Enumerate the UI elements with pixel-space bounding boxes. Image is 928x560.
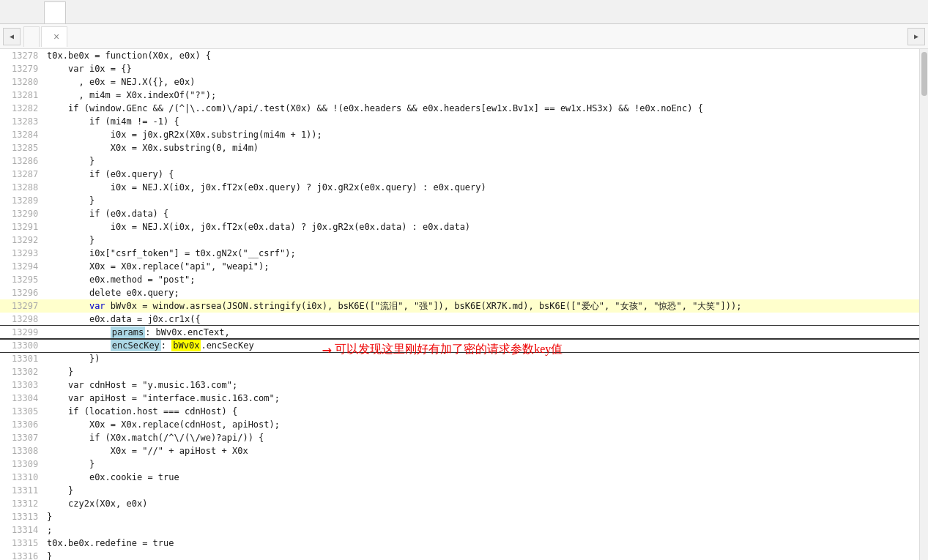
- table-row: 13302 }: [0, 365, 919, 378]
- line-number: 13293: [0, 247, 44, 260]
- table-row: 13307 if (X0x.match(/^\/(\/we)?api/)) {: [0, 431, 919, 444]
- table-row: 13310 e0x.cookie = true: [0, 471, 919, 484]
- line-code: , e0x = NEJ.X({}, e0x): [44, 75, 919, 89]
- line-code: i0x["csrf_token"] = t0x.gN2x("__csrf");: [44, 247, 919, 260]
- line-code: X0x = X0x.replace(cdnHost, apiHost);: [44, 418, 919, 431]
- line-number: 13304: [0, 392, 44, 405]
- file-tab-next-button[interactable]: ▶: [907, 28, 925, 45]
- line-number: 13296: [0, 286, 44, 299]
- line-number: 13301: [0, 352, 44, 365]
- table-row: 13296 delete e0x.query;: [0, 286, 919, 299]
- table-row: 13295 e0x.method = "post";: [0, 273, 919, 286]
- tab-security[interactable]: [154, 1, 176, 23]
- line-code: var cdnHost = "y.music.163.com";: [44, 378, 919, 392]
- tab-performance[interactable]: [88, 1, 110, 23]
- line-code: var i0x = {}: [44, 62, 919, 75]
- table-row: 13287 if (e0x.query) {: [0, 168, 919, 181]
- line-code: var apiHost = "interface.music.163.com";: [44, 392, 919, 405]
- line-code: params: bWv0x.encText,: [44, 326, 919, 339]
- table-row: 13278t0x.be0x = function(X0x, e0x) {: [0, 49, 919, 62]
- line-code: X0x = "//" + apiHost + X0x: [44, 444, 919, 458]
- line-number: 13284: [0, 128, 44, 141]
- table-row: 13308 X0x = "//" + apiHost + X0x: [0, 444, 919, 458]
- table-row: 13304 var apiHost = "interface.music.163…: [0, 392, 919, 405]
- line-code: if (window.GEnc && /(^|\..com)\/api/.tes…: [44, 102, 919, 115]
- table-row: 13301 }): [0, 352, 919, 365]
- line-number: 13308: [0, 444, 44, 458]
- table-row: 13283 if (mi4m != -1) {: [0, 115, 919, 128]
- table-row: 13285 X0x = X0x.substring(0, mi4m): [0, 141, 919, 154]
- tab-network[interactable]: [66, 1, 88, 23]
- line-code: X0x = X0x.replace("api", "weapi");: [44, 260, 919, 273]
- file-tab-prev-button[interactable]: ◀: [3, 28, 21, 45]
- line-code: e0x.method = "post";: [44, 273, 919, 286]
- line-number: 13305: [0, 405, 44, 418]
- tab-sources[interactable]: [44, 1, 66, 23]
- line-number: 13314: [0, 523, 44, 537]
- table-row: 13305 if (location.host === cdnHost) {: [0, 405, 919, 418]
- table-row: 13289 }: [0, 194, 919, 207]
- table-row: 13300 encSecKey: bWv0x.encSecKey: [0, 339, 919, 352]
- line-code: , mi4m = X0x.indexOf("?");: [44, 89, 919, 102]
- line-number: 13290: [0, 207, 44, 220]
- line-code: t0x.be0x = function(X0x, e0x) {: [44, 49, 919, 62]
- table-row: 13306 X0x = X0x.replace(cdnHost, apiHost…: [0, 418, 919, 431]
- line-code: if (X0x.match(/^\/(\/we)?api/)) {: [44, 431, 919, 444]
- line-number: 13300: [0, 339, 44, 352]
- table-row: 13316}: [0, 550, 919, 560]
- line-number: 13315: [0, 537, 44, 550]
- code-table: 13278t0x.be0x = function(X0x, e0x) {1327…: [0, 49, 919, 560]
- line-number: 13282: [0, 102, 44, 115]
- line-number: 13279: [0, 62, 44, 75]
- line-number: 13292: [0, 234, 44, 247]
- code-scroll-area[interactable]: 13278t0x.be0x = function(X0x, e0x) {1327…: [0, 49, 919, 560]
- line-code: if (e0x.data) {: [44, 207, 919, 220]
- tab-console[interactable]: [22, 1, 44, 23]
- table-row: 13279 var i0x = {}: [0, 62, 919, 75]
- table-row: 13298 e0x.data = j0x.cr1x({: [0, 313, 919, 326]
- file-tab-unformatted[interactable]: [23, 26, 40, 47]
- tab-memory[interactable]: [110, 1, 132, 23]
- line-number: 13302: [0, 365, 44, 378]
- line-code: }: [44, 510, 919, 523]
- line-code: if (e0x.query) {: [44, 168, 919, 181]
- table-row: 13291 i0x = NEJ.X(i0x, j0x.fT2x(e0x.data…: [0, 220, 919, 234]
- line-number: 13309: [0, 458, 44, 471]
- table-row: 13282 if (window.GEnc && /(^|\..com)\/ap…: [0, 102, 919, 115]
- line-number: 13311: [0, 484, 44, 497]
- scrollbar-thumb[interactable]: [921, 52, 927, 96]
- line-code: e0x.cookie = true: [44, 471, 919, 484]
- line-number: 13283: [0, 115, 44, 128]
- line-code: }: [44, 365, 919, 378]
- line-code: delete e0x.query;: [44, 286, 919, 299]
- table-row: 13313}: [0, 510, 919, 523]
- line-code: encSecKey: bWv0x.encSecKey: [44, 339, 919, 352]
- line-code: }: [44, 194, 919, 207]
- table-row: 13303 var cdnHost = "y.music.163.com";: [0, 378, 919, 392]
- tab-application[interactable]: [132, 1, 154, 23]
- table-row: 13293 i0x["csrf_token"] = t0x.gN2x("__cs…: [0, 247, 919, 260]
- code-container: 13278t0x.be0x = function(X0x, e0x) {1327…: [0, 49, 928, 560]
- line-number: 13313: [0, 510, 44, 523]
- table-row: 13286 }: [0, 154, 919, 168]
- line-number: 13278: [0, 49, 44, 62]
- line-code: }): [44, 352, 919, 365]
- table-row: 13280 , e0x = NEJ.X({}, e0x): [0, 75, 919, 89]
- file-tab-close-button[interactable]: ×: [53, 31, 59, 42]
- line-number: 13316: [0, 550, 44, 560]
- line-number: 13295: [0, 273, 44, 286]
- line-code: X0x = X0x.substring(0, mi4m): [44, 141, 919, 154]
- line-code: }: [44, 484, 919, 497]
- file-tab-formatted[interactable]: ×: [41, 26, 67, 47]
- table-row: 13297 var bWv0x = window.asrsea(JSON.str…: [0, 299, 919, 313]
- table-row: 13299 params: bWv0x.encText,: [0, 326, 919, 339]
- line-number: 13280: [0, 75, 44, 89]
- line-number: 13291: [0, 220, 44, 234]
- tab-elements[interactable]: [0, 1, 22, 23]
- line-number: 13299: [0, 326, 44, 339]
- file-tab-bar: ◀ × ▶: [0, 24, 928, 49]
- tab-lighthouse[interactable]: [176, 1, 198, 23]
- line-number: 13303: [0, 378, 44, 392]
- table-row: 13281 , mi4m = X0x.indexOf("?");: [0, 89, 919, 102]
- vertical-scrollbar[interactable]: [919, 49, 928, 560]
